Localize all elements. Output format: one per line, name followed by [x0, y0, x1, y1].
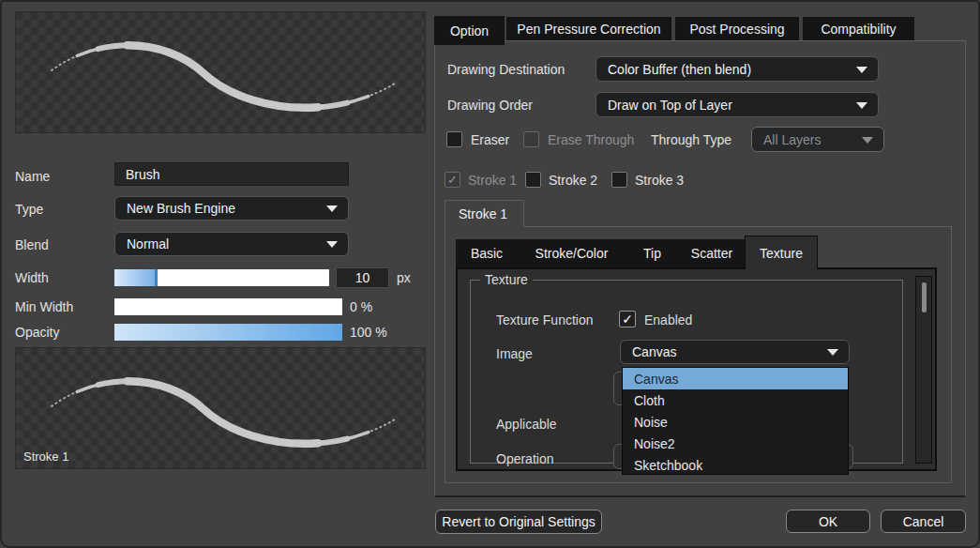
min-width-slider[interactable] — [114, 298, 342, 315]
tab-scatter[interactable]: Scatter — [679, 239, 745, 267]
enabled-label: Enabled — [644, 312, 692, 327]
brush-stroke-preview-curve — [16, 348, 425, 468]
stroke2-check-label: Stroke 2 — [549, 173, 597, 188]
type-label: Type — [15, 202, 43, 217]
drawing-destination-label: Drawing Destination — [447, 62, 565, 77]
drawing-destination-dropdown[interactable]: Color Buffer (then blend) — [596, 56, 879, 82]
dropdown-option-noise2[interactable]: Noise2 — [623, 433, 848, 454]
min-width-value: 0 % — [350, 299, 372, 314]
tab-compatibility[interactable]: Compatibility — [803, 17, 914, 40]
revert-button[interactable]: Revert to Original Settings — [435, 510, 602, 534]
chevron-down-icon — [856, 102, 867, 109]
scrollbar[interactable] — [915, 276, 932, 464]
brush-preview-bottom: Stroke 1 — [15, 347, 426, 469]
chevron-down-icon — [827, 349, 838, 356]
through-type-label: Through Type — [651, 132, 731, 147]
image-dropdown[interactable]: Canvas — [620, 340, 850, 364]
name-input[interactable]: Brush — [114, 162, 349, 186]
erase-through-checkbox — [523, 131, 539, 147]
texture-function-label: Texture Function — [496, 312, 594, 327]
blend-label: Blend — [15, 237, 49, 252]
width-unit: px — [397, 270, 411, 285]
through-type-dropdown: All Layers — [751, 127, 884, 152]
cancel-button[interactable]: Cancel — [881, 510, 966, 533]
dropdown-option-sketchbook[interactable]: Sketchbook — [623, 454, 848, 476]
stroke2-checkbox[interactable] — [525, 172, 541, 188]
brush-stroke-preview-curve — [16, 12, 425, 132]
scrollbar-thumb[interactable] — [922, 282, 927, 312]
eraser-checkbox[interactable] — [446, 131, 462, 147]
width-slider[interactable] — [114, 269, 329, 286]
blend-dropdown[interactable]: Normal — [114, 232, 349, 256]
image-label: Image — [496, 346, 533, 361]
tab-stroke-color[interactable]: Stroke/Color — [518, 239, 626, 267]
texture-groupbox-title: Texture — [480, 272, 533, 287]
stroke1-checkbox: ✓ — [445, 172, 460, 188]
applicable-label: Applicable — [496, 417, 557, 432]
drawing-order-label: Drawing Order — [447, 98, 533, 113]
ok-button[interactable]: OK — [786, 510, 870, 533]
dropdown-option-noise[interactable]: Noise — [623, 411, 848, 433]
type-dropdown[interactable]: New Brush Engine — [114, 196, 349, 221]
brush-preview-top — [15, 11, 426, 133]
tab-option[interactable]: Option — [434, 16, 505, 45]
brush-settings-dialog: Name Brush Type New Brush Engine Blend N… — [0, 0, 980, 548]
chevron-down-icon — [862, 137, 873, 144]
image-dropdown-popup: Canvas Cloth Noise Noise2 Sketchbook — [622, 367, 849, 475]
tab-pen-pressure-correction[interactable]: Pen Pressure Correction — [506, 17, 671, 40]
opacity-value: 100 % — [350, 325, 387, 340]
chevron-down-icon — [856, 67, 867, 73]
min-width-label: Min Width — [15, 299, 73, 314]
stroke3-checkbox[interactable] — [611, 172, 627, 188]
drawing-order-dropdown[interactable]: Draw on Top of Layer — [596, 92, 879, 117]
stroke1-tab[interactable]: Stroke 1 — [445, 200, 524, 227]
eraser-label: Eraser — [471, 132, 509, 147]
preview-caption: Stroke 1 — [23, 449, 68, 464]
chevron-down-icon — [326, 206, 338, 212]
tab-tip[interactable]: Tip — [626, 239, 679, 267]
erase-through-label: Erase Through — [548, 132, 634, 147]
chevron-down-icon — [326, 241, 338, 248]
width-label: Width — [15, 270, 49, 285]
stroke3-check-label: Stroke 3 — [635, 173, 684, 188]
dropdown-option-cloth[interactable]: Cloth — [623, 389, 848, 411]
tab-post-processing[interactable]: Post Processing — [675, 17, 799, 40]
tab-basic[interactable]: Basic — [456, 239, 518, 267]
width-value-box[interactable]: 10 — [336, 267, 389, 288]
width-slider-handle[interactable] — [155, 269, 158, 286]
operation-label: Operation — [496, 451, 553, 466]
texture-function-checkbox[interactable]: ✓ — [619, 311, 636, 327]
opacity-slider[interactable] — [114, 324, 342, 341]
name-label: Name — [15, 169, 50, 184]
stroke1-check-label: Stroke 1 — [468, 173, 517, 188]
tab-texture[interactable]: Texture — [745, 236, 818, 269]
dropdown-option-canvas[interactable]: Canvas — [623, 368, 848, 389]
opacity-label: Opacity — [15, 325, 59, 340]
